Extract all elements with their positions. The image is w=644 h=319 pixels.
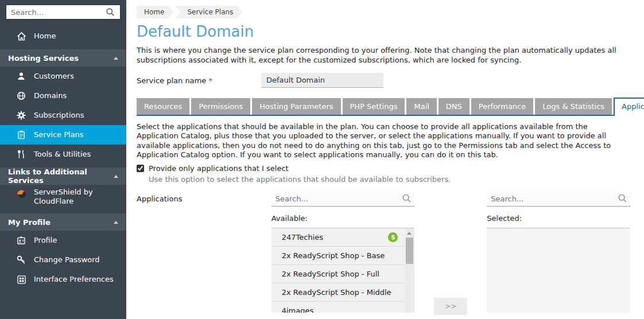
app-name: 2x ReadyScript Shop - Base	[282, 251, 385, 260]
available-list-label: Available:	[271, 214, 415, 223]
sidebar-item-label: ServerShield by CloudFlare	[34, 188, 108, 206]
sidebar-item-label: Interface Preferences	[34, 275, 114, 284]
sidebar-item-home[interactable]: Home	[0, 26, 126, 46]
paid-app-icon: $	[388, 232, 398, 242]
tab-hosting-parameters[interactable]: Hosting Parameters	[252, 98, 340, 115]
scroll-up-icon[interactable]	[407, 232, 412, 235]
sidebar-item-label: Subscriptions	[34, 111, 84, 120]
service-plan-name-row: Service plan name *	[137, 73, 630, 88]
available-search[interactable]	[271, 192, 415, 207]
list-item[interactable]: 4images	[271, 302, 405, 313]
search-icon[interactable]	[618, 193, 627, 205]
move-buttons-column: >>	[414, 192, 487, 315]
tab-logs-statistics[interactable]: Logs & Statistics	[535, 98, 612, 115]
collapse-caret-icon	[114, 221, 118, 224]
applications-tab-description: Select the applications that should be a…	[137, 122, 630, 160]
applications-picker: Applications Available: 247Techies $ 2x …	[137, 192, 630, 315]
page-title: Default Domain	[137, 22, 630, 41]
sidebar-item-domains[interactable]: Domains	[0, 86, 126, 106]
sidebar: Home Hosting Services Customers Domains …	[0, 0, 126, 319]
breadcrumb: Home Service Plans	[137, 6, 630, 18]
sidebar-item-change-password[interactable]: Change Password	[0, 250, 126, 270]
selected-search[interactable]	[487, 192, 630, 207]
search-icon[interactable]	[105, 7, 115, 17]
app-name: 2x ReadyScript Shop - Full	[282, 270, 379, 278]
available-column: Available: 247Techies $ 2x ReadyScript S…	[271, 192, 415, 313]
grid-icon	[16, 275, 26, 284]
list-item[interactable]: 2x ReadyScript Shop - Middle	[271, 283, 405, 302]
selected-search-input[interactable]	[491, 194, 618, 203]
breadcrumb-home[interactable]: Home	[137, 6, 173, 18]
person-icon	[16, 72, 26, 81]
available-listbox: 247Techies $ 2x ReadyScript Shop - Base …	[271, 228, 415, 313]
tab-resources[interactable]: Resources	[137, 98, 189, 115]
sidebar-item-label: Change Password	[34, 255, 100, 264]
sidebar-section-hosting-services[interactable]: Hosting Services	[0, 49, 126, 67]
globe-icon	[16, 91, 26, 100]
gear-icon	[16, 111, 26, 120]
tab-dns[interactable]: DNS	[439, 98, 470, 115]
home-icon	[16, 32, 26, 41]
tab-applications[interactable]: Applications	[614, 98, 644, 116]
cloudflare-icon	[16, 189, 26, 199]
sidebar-item-customers[interactable]: Customers	[0, 67, 126, 86]
provide-only-apps-row: Provide only applications that I select	[137, 164, 630, 173]
sidebar-item-profile[interactable]: Profile	[0, 231, 126, 250]
service-plan-name-input[interactable]	[261, 73, 383, 88]
scrollbar-thumb[interactable]	[406, 238, 413, 264]
collapse-caret-icon	[114, 57, 118, 60]
sidebar-item-servershield[interactable]: ServerShield by CloudFlare	[0, 185, 126, 210]
sidebar-section-label: My Profile	[8, 218, 51, 227]
available-list-scrollbar[interactable]	[405, 228, 414, 313]
tab-permissions[interactable]: Permissions	[191, 98, 250, 115]
search-icon[interactable]	[402, 193, 412, 205]
provide-only-apps-hint: Use this option to select the applicatio…	[149, 175, 630, 184]
sidebar-item-label: Domains	[34, 91, 67, 100]
service-plan-name-label: Service plan name *	[137, 76, 261, 85]
selected-list-label: Selected:	[487, 214, 630, 223]
sidebar-section-label: Hosting Services	[8, 54, 79, 63]
sidebar-section-label: Links to Additional Services	[8, 168, 114, 185]
sidebar-item-label: Customers	[34, 72, 74, 81]
list-item[interactable]: 2x ReadyScript Shop - Full	[271, 265, 405, 283]
clipboard-icon	[16, 130, 26, 139]
sidebar-item-label: Profile	[34, 236, 57, 245]
tab-bar: Resources Permissions Hosting Parameters…	[137, 98, 630, 116]
app-name: 4images	[282, 306, 314, 313]
provide-only-apps-checkbox[interactable]	[137, 165, 144, 172]
fork-knife-icon	[16, 150, 26, 159]
sidebar-item-tools-utilities[interactable]: Tools & Utilities	[0, 145, 126, 164]
key-icon	[16, 255, 26, 264]
sidebar-item-service-plans[interactable]: Service Plans	[0, 125, 126, 145]
available-search-input[interactable]	[276, 194, 402, 203]
badge-icon	[16, 236, 26, 245]
selected-column: Selected:	[487, 192, 630, 313]
required-marker: *	[208, 76, 212, 85]
applications-field-label: Applications	[137, 192, 271, 203]
sidebar-item-label: Service Plans	[34, 130, 84, 139]
sidebar-section-additional-services[interactable]: Links to Additional Services	[0, 168, 126, 185]
tab-mail[interactable]: Mail	[406, 98, 436, 115]
sidebar-item-interface-preferences[interactable]: Interface Preferences	[0, 270, 126, 289]
selected-listbox[interactable]	[487, 228, 630, 313]
page-intro-text: This is where you change the service pla…	[137, 45, 630, 65]
available-list: 247Techies $ 2x ReadyScript Shop - Base …	[271, 228, 405, 313]
breadcrumb-service-plans[interactable]: Service Plans	[175, 6, 242, 18]
sidebar-item-label: Home	[34, 32, 56, 41]
list-item[interactable]: 247Techies $	[271, 228, 405, 247]
provide-only-apps-label[interactable]: Provide only applications that I select	[149, 164, 289, 173]
tab-performance[interactable]: Performance	[471, 98, 533, 115]
tab-php-settings[interactable]: PHP Settings	[343, 98, 405, 115]
sidebar-item-label: Tools & Utilities	[34, 150, 91, 159]
sidebar-search-input[interactable]	[11, 8, 105, 17]
move-right-button[interactable]: >>	[434, 298, 467, 315]
main-content: Home Service Plans Default Domain This i…	[126, 0, 644, 319]
field-label-text: Service plan name	[137, 76, 206, 85]
sidebar-search[interactable]	[6, 5, 121, 20]
app-name: 247Techies	[282, 233, 323, 242]
app-name: 2x ReadyScript Shop - Middle	[282, 288, 391, 297]
collapse-caret-icon	[114, 175, 118, 178]
sidebar-item-subscriptions[interactable]: Subscriptions	[0, 106, 126, 125]
sidebar-section-my-profile[interactable]: My Profile	[0, 213, 126, 231]
list-item[interactable]: 2x ReadyScript Shop - Base	[271, 247, 405, 265]
